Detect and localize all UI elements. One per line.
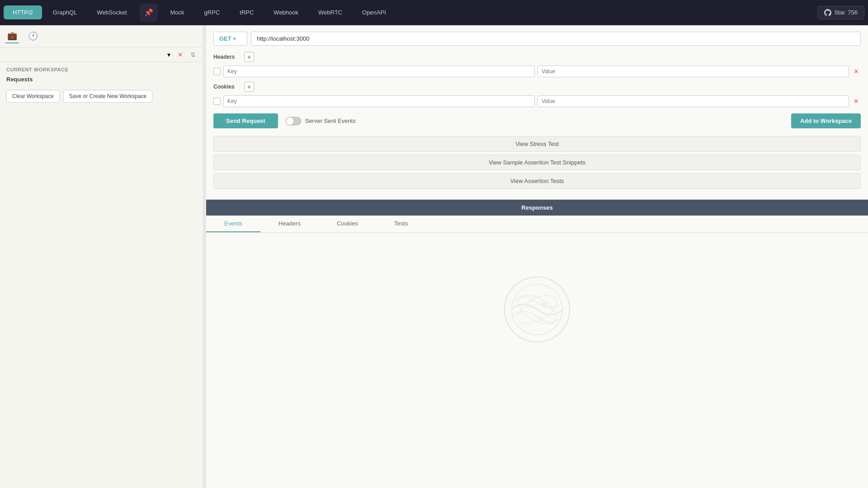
- header-checkbox[interactable]: [213, 68, 221, 75]
- cookies-row: Cookies +: [213, 82, 861, 92]
- clear-workspace-button[interactable]: Clear Workspace: [6, 90, 60, 103]
- svg-point-6: [533, 314, 535, 316]
- add-cookie-button[interactable]: +: [244, 82, 254, 92]
- add-to-workspace-button[interactable]: Add to Workspace: [791, 113, 861, 128]
- svg-point-4: [526, 304, 530, 308]
- empty-state-illustration: [501, 273, 573, 346]
- sidebar-swap-btn[interactable]: ⇅: [189, 50, 198, 59]
- top-nav: HTTP/2 GraphQL WebSocket 📌 Mock gRPC tRP…: [0, 0, 868, 25]
- method-label: GET: [219, 35, 231, 42]
- request-bar: GET ▾: [206, 25, 868, 52]
- header-remove-btn[interactable]: ✕: [852, 67, 861, 76]
- workspace-search-input[interactable]: [5, 52, 162, 58]
- responses-section: Responses Events Headers Cookies Tests: [206, 199, 868, 386]
- header-value-input[interactable]: [538, 66, 849, 77]
- sidebar-close-btn[interactable]: ✕: [176, 50, 185, 59]
- tab-mock[interactable]: Mock: [161, 5, 193, 19]
- svg-point-11: [547, 316, 549, 318]
- responses-tabs: Events Headers Cookies Tests: [206, 216, 868, 233]
- tab-events[interactable]: Events: [206, 216, 260, 232]
- tab-grpc[interactable]: gRPC: [195, 5, 229, 19]
- assertion-tests-row[interactable]: View Assertion Tests: [213, 173, 861, 189]
- workspace-buttons: Clear Workspace Save or Create New Works…: [0, 87, 203, 109]
- add-header-button[interactable]: +: [244, 52, 254, 62]
- cookies-label: Cookies: [213, 84, 241, 90]
- svg-point-7: [542, 302, 547, 306]
- cookie-remove-btn[interactable]: ✕: [852, 97, 861, 106]
- sidebar-toolbar: ▾ ✕ ⇅: [0, 47, 203, 62]
- tab-graphql[interactable]: GraphQL: [44, 5, 86, 19]
- tab-webhook[interactable]: Webhook: [264, 5, 307, 19]
- history-icon[interactable]: 🕐: [26, 29, 40, 43]
- cookie-checkbox[interactable]: [213, 98, 221, 105]
- sidebar: 💼 🕐 ▾ ✕ ⇅ Current Workspace Requests Cle…: [0, 25, 203, 488]
- tab-openapi[interactable]: OpenAPI: [353, 5, 395, 19]
- svg-point-9: [550, 306, 553, 310]
- tab-trpc[interactable]: tRPC: [231, 5, 263, 19]
- method-chevron-icon: ▾: [233, 36, 236, 41]
- sidebar-tab-bar: 💼 🕐: [0, 25, 203, 47]
- svg-point-10: [530, 299, 533, 302]
- method-select[interactable]: GET ▾: [213, 32, 247, 46]
- requests-label: Requests: [0, 74, 203, 87]
- url-input[interactable]: [251, 32, 861, 46]
- tab-http2[interactable]: HTTP/2: [4, 5, 42, 19]
- tab-tests[interactable]: Tests: [376, 216, 426, 232]
- sidebar-dropdown-btn[interactable]: ▾: [165, 50, 172, 59]
- github-star-count: 756: [848, 9, 858, 16]
- svg-point-5: [539, 310, 542, 313]
- github-icon: [824, 9, 831, 16]
- cookie-kv-row: ✕: [213, 95, 861, 107]
- send-request-button[interactable]: Send Request: [213, 113, 278, 128]
- main-layout: 💼 🕐 ▾ ✕ ⇅ Current Workspace Requests Cle…: [0, 25, 868, 488]
- tab-webrtc[interactable]: WebRTC: [309, 5, 351, 19]
- assertion-snippets-row[interactable]: View Sample Assertion Test Snippets: [213, 155, 861, 170]
- tab-cookies[interactable]: Cookies: [319, 216, 376, 232]
- sse-label: Server Sent Events: [305, 117, 356, 124]
- tab-headers[interactable]: Headers: [260, 216, 319, 232]
- stress-test-row[interactable]: View Stress Test: [213, 136, 861, 152]
- headers-row: Headers +: [213, 52, 861, 62]
- sse-toggle[interactable]: [285, 117, 302, 126]
- github-star-label: Star: [834, 9, 845, 16]
- sse-toggle-row: Server Sent Events: [285, 117, 356, 126]
- pin-icon[interactable]: 📌: [140, 4, 158, 22]
- svg-point-8: [521, 312, 524, 314]
- headers-label: Headers: [213, 54, 241, 60]
- header-kv-row: ✕: [213, 66, 861, 77]
- cookie-value-input[interactable]: [538, 95, 849, 107]
- content-area: GET ▾ Headers + ✕ Cookies +: [206, 25, 868, 488]
- header-key-input[interactable]: [223, 66, 535, 77]
- request-options: Headers + ✕ Cookies + ✕: [206, 52, 868, 107]
- briefcase-icon[interactable]: 💼: [5, 29, 19, 43]
- tab-websocket[interactable]: WebSocket: [88, 5, 136, 19]
- cookie-key-input[interactable]: [223, 95, 535, 107]
- save-workspace-button[interactable]: Save or Create New Workspace: [63, 90, 152, 103]
- responses-body: [206, 233, 868, 386]
- current-workspace-label: Current Workspace: [0, 62, 203, 74]
- github-star-button[interactable]: Star 756: [817, 6, 864, 19]
- action-row: Send Request Server Sent Events Add to W…: [206, 107, 868, 135]
- responses-header: Responses: [206, 200, 868, 216]
